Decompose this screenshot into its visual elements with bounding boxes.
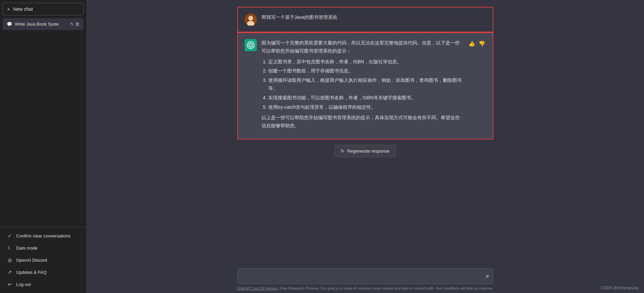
delete-chat-icon[interactable]: 🗑: [75, 22, 80, 27]
input-area: ➤ ChatGPT Jan 30 Version. Free Research …: [86, 265, 644, 293]
list-item: 创建一个图书数组，用于存储图书信息。: [268, 67, 463, 75]
regenerate-icon: ↻: [341, 149, 344, 154]
footer-text: ChatGPT Jan 30 Version. Free Research Pr…: [92, 284, 639, 293]
list-item: 实现搜索图书功能，可以按图书名称，作者，ISBN等关键字搜索图书。: [268, 94, 463, 102]
assistant-message-text: 因为编写一个完整的系统需要大量的代码，所以无法在这里完整地提供代码。但是，以下是…: [262, 39, 463, 133]
list-item: 定义图书类，其中包含图书名称，作者，ISBN，出版社等信息。: [268, 58, 463, 66]
new-chat-label: New chat: [13, 6, 33, 12]
message-action-buttons: 👍 👎: [468, 39, 486, 47]
confirm-clear-item[interactable]: ✓ Confirm clear conversations: [3, 230, 84, 242]
edit-chat-icon[interactable]: ✎: [70, 22, 74, 27]
svg-point-1: [248, 16, 253, 21]
updates-faq-item[interactable]: ↗ Updates & FAQ: [3, 266, 84, 278]
dark-mode-label: Dark mode: [16, 246, 38, 251]
user-message-text: 帮我写一个基于Java的图书管理系统: [262, 13, 486, 22]
discord-label: OpenAI Discord: [16, 258, 47, 263]
sidebar-top: + New chat 💬 Write Java Book Syste ✎ 🗑: [0, 0, 86, 227]
confirm-clear-label: Confirm clear conversations: [16, 233, 70, 238]
updates-faq-icon: ↗: [7, 269, 13, 275]
discord-icon: ◎: [7, 257, 13, 263]
dark-mode-icon: ☾: [7, 245, 13, 251]
new-chat-button[interactable]: + New chat: [3, 3, 84, 15]
send-icon: ➤: [485, 272, 490, 280]
regenerate-label: Regenerate response: [347, 149, 389, 154]
confirm-check-icon: ✓: [7, 233, 13, 238]
log-out-label: Log out: [16, 282, 31, 287]
chat-item-label: Write Java Book Syste: [15, 22, 67, 27]
version-link[interactable]: ChatGPT Jan 30 Version: [237, 286, 278, 290]
assistant-message: 因为编写一个完整的系统需要大量的代码，所以无法在这里完整地提供代码。但是，以下是…: [237, 32, 493, 139]
chat-area: 帮我写一个基于Java的图书管理系统 因为编写一个完整的系统需要大量的代码，所以…: [86, 0, 644, 265]
thumbs-down-button[interactable]: 👎: [478, 40, 486, 47]
user-avatar: [245, 13, 257, 26]
footer-brand: CSDN @IronmanJay: [601, 286, 639, 290]
updates-faq-label: Updates & FAQ: [16, 270, 47, 275]
discord-item[interactable]: ◎ OpenAI Discord: [3, 254, 84, 266]
chat-item-actions: ✎ 🗑: [70, 22, 80, 27]
sidebar-bottom: ✓ Confirm clear conversations ☾ Dark mod…: [0, 227, 86, 293]
send-button[interactable]: ➤: [485, 272, 490, 280]
dark-mode-item[interactable]: ☾ Dark mode: [3, 242, 84, 254]
chat-input[interactable]: [237, 268, 493, 284]
user-message: 帮我写一个基于Java的图书管理系统: [237, 7, 493, 32]
messages-container: 帮我写一个基于Java的图书管理系统 因为编写一个完整的系统需要大量的代码，所以…: [237, 7, 493, 139]
list-item: 使用循环读取用户输入，根据用户输入执行相应操作，例如：添加图书，查询图书，删除图…: [268, 76, 463, 93]
new-chat-plus-icon: +: [7, 6, 10, 12]
sidebar: + New chat 💬 Write Java Book Syste ✎ 🗑 ✓…: [0, 0, 86, 293]
assistant-avatar: [245, 39, 257, 51]
assistant-list: 定义图书类，其中包含图书名称，作者，ISBN，出版社等信息。 创建一个图书数组，…: [262, 58, 463, 111]
thumbs-up-button[interactable]: 👍: [468, 40, 476, 47]
log-out-icon: ↩: [7, 282, 13, 287]
assistant-footer: 以上是一些可以帮助您开始编写图书管理系统的提示，具体实现方式可能会有所不同。希望…: [262, 114, 463, 130]
main-content: 帮我写一个基于Java的图书管理系统 因为编写一个完整的系统需要大量的代码，所以…: [86, 0, 644, 293]
footer-version-suffix: . Free Research Preview. Our goal is to …: [278, 286, 493, 290]
assistant-intro: 因为编写一个完整的系统需要大量的代码，所以无法在这里完整地提供代码。但是，以下是…: [262, 39, 463, 55]
log-out-item[interactable]: ↩ Log out: [3, 278, 84, 290]
chat-icon: 💬: [7, 22, 12, 27]
chat-history-item[interactable]: 💬 Write Java Book Syste ✎ 🗑: [3, 18, 84, 30]
list-item: 使用try-catch语句处理异常，以确保程序的稳定性。: [268, 103, 463, 111]
input-container: ➤: [237, 268, 493, 284]
regenerate-button[interactable]: ↻ Regenerate response: [334, 145, 396, 157]
regenerate-bar: ↻ Regenerate response: [334, 139, 396, 160]
